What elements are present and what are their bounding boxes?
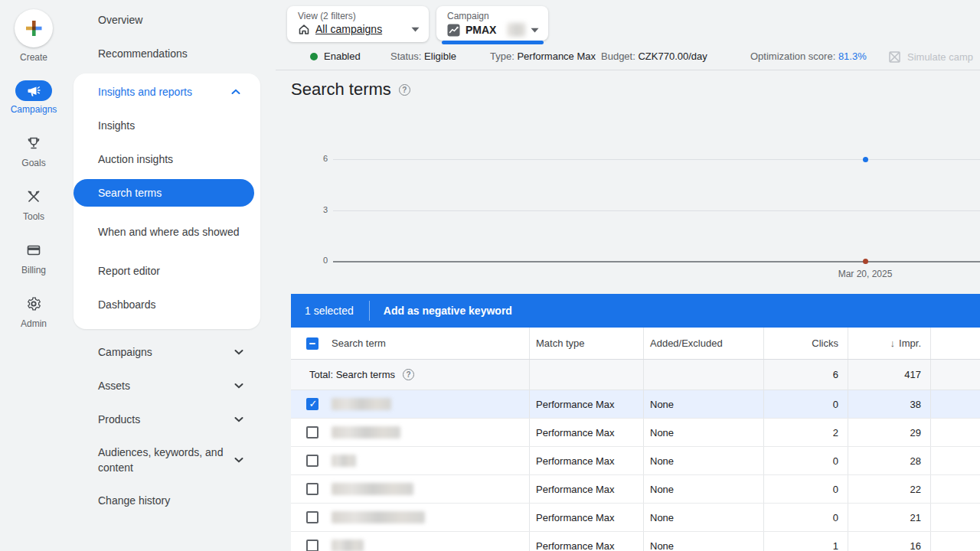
table-row[interactable]: Performance Max None 0 22 [291,475,980,504]
nav-item-overview[interactable]: Overview [67,3,276,37]
redacted-search-term [332,426,400,439]
col-added-excluded[interactable]: Added/Excluded [643,328,763,359]
tools-icon [26,189,41,204]
row-checkbox[interactable] [306,426,318,439]
nav-item-assets[interactable]: Assets [67,369,276,403]
selected-count: 1 selected [291,305,354,317]
page-title: Search terms ? [291,80,410,99]
campaign-dropdown[interactable]: Campaign PMAX [436,6,548,41]
nav-item-products[interactable]: Products [67,403,276,436]
nav-item-audiences-label: Audiences, keywords, and content [98,445,239,475]
enabled-dot-icon [310,53,318,60]
table-row[interactable]: Performance Max None 1 16 [291,532,980,551]
clicks-cell: 1 [763,532,848,551]
chevron-down-icon [531,28,539,33]
simulate-campaign-button[interactable]: Simulate camp [888,51,973,64]
col-clicks[interactable]: Clicks [763,328,848,359]
nav-item-dashboards-label: Dashboards [98,298,156,311]
simulate-icon [888,51,901,64]
x-tick-label: Mar 20, 2025 [827,269,903,279]
match-type-cell: Performance Max [529,475,643,503]
nav-item-when-where-label: When and where ads showed [98,224,239,240]
match-type-cell: Performance Max [529,504,643,531]
data-point-blue [863,157,868,162]
rail-item-goals[interactable]: Goals [15,132,52,168]
row-checkbox[interactable] [306,455,318,467]
match-type-cell: Performance Max [529,419,643,446]
enabled-status[interactable]: Enabled [310,51,361,62]
impr-cell: 16 [848,532,930,551]
campaign-value: PMAX [466,24,496,36]
added-excluded-cell: None [643,532,763,551]
billing-card-icon [26,243,41,258]
optimization-score-field[interactable]: Optimization score: 81.3% [750,51,867,62]
app-rail: Create Campaigns Goals [0,0,67,551]
col-impr-sorted[interactable]: ↓ Impr. [848,328,930,359]
select-all-checkbox[interactable] [306,337,318,350]
clicks-cell: 0 [763,475,848,503]
col-search-term[interactable]: Search term [332,337,386,349]
added-excluded-cell: None [643,447,763,474]
nav-group-insights-and-reports[interactable]: Insights and reports [74,75,260,109]
help-icon[interactable]: ? [399,84,410,96]
impr-cell: 28 [848,447,930,474]
chevron-down-icon [234,416,243,422]
row-checkbox[interactable] [306,540,318,551]
table-row[interactable]: Performance Max None 2 29 [291,419,980,447]
add-as-negative-keyword-button[interactable]: Add as negative keyword [384,305,512,317]
nav-item-auction-insights[interactable]: Auction insights [74,142,260,176]
col-extra-clipped [930,328,980,359]
nav-item-recommendations-label: Recommendations [98,47,188,60]
rail-item-billing[interactable]: Billing [15,240,52,276]
table-row[interactable]: Performance Max None 0 21 [291,504,980,532]
rail-item-tools[interactable]: Tools [15,186,52,222]
table-row[interactable]: Performance Max None 0 28 [291,447,980,475]
budget-field[interactable]: Budget: CZK770.00/day [601,51,707,62]
redacted-search-term [332,511,425,523]
nav-item-report-editor[interactable]: Report editor [74,254,260,288]
match-type-cell: Performance Max [529,447,643,474]
added-excluded-cell: None [643,475,763,503]
performance-chart-icon [447,24,460,37]
nav-item-when-and-where-ads-showed[interactable]: When and where ads showed [74,210,260,254]
nav-item-products-label: Products [98,413,140,425]
nav-item-insights[interactable]: Insights [74,109,260,142]
col-match-type[interactable]: Match type [529,328,643,359]
gear-icon [26,296,41,311]
chevron-down-icon [234,457,243,463]
nav-item-assets-label: Assets [98,380,130,392]
nav-item-recommendations[interactable]: Recommendations [67,37,276,70]
table-row[interactable]: Performance Max None 0 38 [291,390,980,419]
rail-item-admin[interactable]: Admin [15,293,52,329]
row-checkbox-checked[interactable] [306,398,318,410]
insights-reports-card: Insights and reports Insights Auction in… [74,73,260,329]
trophy-icon [26,135,41,151]
added-excluded-cell: None [643,504,763,531]
help-icon[interactable]: ? [403,369,414,380]
chevron-down-icon [411,27,420,32]
nav-item-dashboards[interactable]: Dashboards [74,288,260,321]
nav-item-search-terms-selected[interactable]: Search terms [74,179,254,207]
home-icon [298,24,310,35]
redacted-search-term [332,455,356,467]
create-label: Create [15,52,53,63]
clicks-cell: 0 [763,447,848,474]
campaign-status-bar: Enabled Status: Eligible Type: Performan… [276,44,980,69]
gridline-6 [333,159,980,160]
redacted-campaign-name [508,23,525,37]
nav-item-campaigns[interactable]: Campaigns [67,335,276,369]
nav-item-audiences-keywords-content[interactable]: Audiences, keywords, and content [67,436,276,484]
rail-item-campaigns[interactable]: Campaigns [11,80,57,115]
view-filter-dropdown[interactable]: View (2 filters) All campaigns [287,6,429,42]
y-tick-6: 6 [305,154,328,163]
clicks-cell: 0 [763,504,848,531]
rail-label-tools: Tools [15,211,52,222]
total-label: Total: Search terms [309,369,395,380]
nav-item-search-terms-label: Search terms [98,187,162,199]
create-button[interactable]: Create [15,9,53,63]
row-checkbox[interactable] [306,511,318,523]
nav-item-campaigns-label: Campaigns [98,346,152,358]
nav-item-overview-label: Overview [98,14,142,26]
row-checkbox[interactable] [306,483,318,495]
nav-item-change-history[interactable]: Change history [67,484,276,517]
